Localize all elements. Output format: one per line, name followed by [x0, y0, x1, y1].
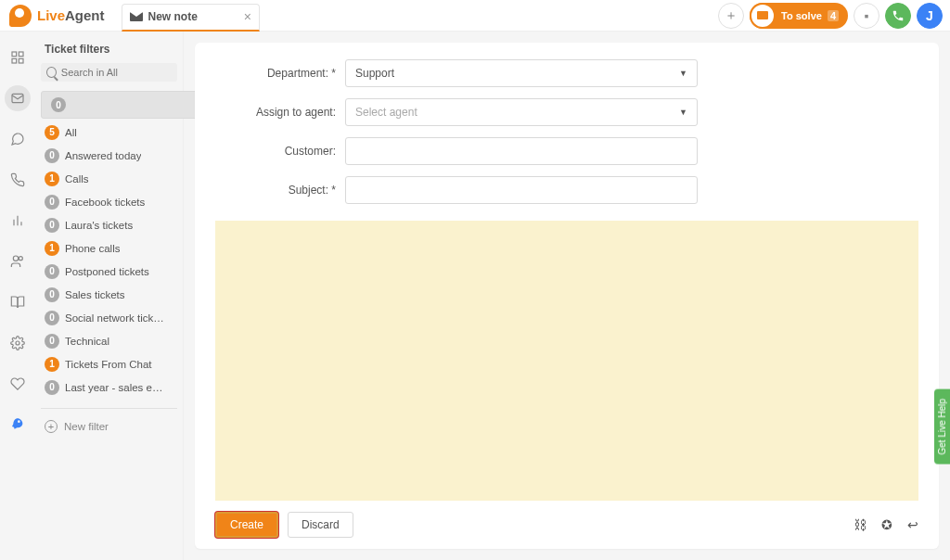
rocket-icon[interactable]: [5, 412, 31, 438]
filter-count-badge: 0: [45, 218, 59, 233]
calls-icon[interactable]: [5, 167, 31, 193]
search-input[interactable]: [61, 67, 172, 78]
tab-new-note[interactable]: New note ×: [122, 4, 261, 32]
filter-label: Facebook tickets: [65, 197, 145, 208]
divider: [41, 408, 177, 409]
filter-item[interactable]: 0Laura's tickets: [41, 215, 177, 235]
filter-item[interactable]: 0Social network tick…: [41, 308, 177, 327]
to-solve-button[interactable]: To solve 4: [750, 3, 848, 29]
customers-icon[interactable]: [5, 248, 31, 274]
filter-label: Calls: [65, 173, 89, 185]
filter-count-badge: 1: [45, 172, 59, 186]
subject-label: Subject: *: [215, 184, 336, 197]
filter-item[interactable]: 1Tickets From Chat: [41, 354, 177, 374]
new-note-card: Department: * Support ▼ Assign to agent:…: [195, 43, 939, 549]
filter-panel-title: Ticket filters: [41, 43, 177, 56]
chevron-down-icon: ▼: [679, 69, 687, 78]
filter-item[interactable]: 0Last year - sales e…: [41, 377, 177, 397]
close-icon[interactable]: ×: [244, 9, 251, 24]
chats-icon[interactable]: [5, 126, 31, 152]
svg-point-10: [16, 341, 19, 345]
filter-count-badge: 0: [45, 311, 59, 325]
filter-label: Tickets From Chat: [65, 359, 152, 370]
filter-item[interactable]: 0Technical: [41, 331, 177, 350]
filter-panel: Ticket filters 0Assigned to me5All0Answe…: [35, 32, 184, 560]
svg-rect-3: [19, 58, 23, 63]
discard-button[interactable]: Discard: [288, 512, 353, 538]
svg-point-8: [13, 256, 18, 261]
footer-tools: ⛓ ✪ ↩: [854, 517, 918, 532]
filter-count-badge: 0: [45, 380, 59, 395]
filter-label: All: [65, 127, 77, 138]
filter-label: Laura's tickets: [65, 220, 133, 231]
filter-count-badge: 5: [45, 125, 59, 140]
svg-rect-2: [12, 58, 17, 63]
top-bar: LiveAgent New note × ＋ To solve 4 ▪ J: [0, 0, 950, 32]
svg-point-9: [19, 257, 22, 261]
svg-rect-0: [12, 52, 17, 57]
filter-label: Technical: [65, 336, 109, 347]
tickets-icon[interactable]: [5, 85, 31, 111]
add-button[interactable]: ＋: [718, 3, 744, 29]
filter-count-badge: 0: [45, 287, 59, 302]
svg-rect-1: [19, 52, 23, 57]
customer-input[interactable]: [345, 137, 698, 165]
knowledge-icon[interactable]: [5, 289, 31, 315]
chat-button[interactable]: ▪: [854, 3, 879, 29]
note-icon: [130, 12, 143, 21]
filter-item[interactable]: 0Facebook tickets: [41, 192, 177, 211]
filter-count-badge: 0: [45, 195, 59, 210]
favorites-icon[interactable]: [5, 371, 31, 397]
filter-item[interactable]: 5All: [41, 122, 177, 142]
chevron-down-icon: ▼: [679, 108, 687, 117]
filter-item[interactable]: 1Calls: [41, 169, 177, 188]
filter-item[interactable]: 0Answered today: [41, 146, 177, 165]
logo-icon: [9, 5, 32, 27]
department-label: Department: *: [215, 67, 336, 80]
new-filter-button[interactable]: + New filter: [41, 420, 177, 433]
filter-count-badge: 1: [45, 241, 59, 256]
filter-count-badge: 0: [45, 148, 59, 163]
filter-label: Answered today: [65, 150, 141, 161]
filter-search[interactable]: [41, 63, 177, 82]
filter-list: 0Assigned to me5All0Answered today1Calls…: [41, 91, 177, 397]
tab-label: New note: [148, 10, 198, 23]
filter-count-badge: 0: [45, 264, 59, 279]
filter-item[interactable]: 1Phone calls: [41, 238, 177, 258]
reply-icon[interactable]: ↩: [907, 517, 918, 532]
topbar-actions: ＋ To solve 4 ▪ J: [718, 3, 943, 29]
plus-icon: +: [45, 420, 58, 433]
nav-rail: [0, 32, 35, 560]
logo-text: LiveAgent: [37, 7, 105, 23]
live-help-tab[interactable]: Get Live Help: [934, 389, 950, 465]
filter-count-badge: 1: [45, 357, 59, 372]
logo[interactable]: LiveAgent: [0, 5, 114, 27]
content-area: Department: * Support ▼ Assign to agent:…: [184, 32, 950, 560]
dashboard-icon[interactable]: [5, 45, 31, 70]
customer-label: Customer:: [215, 145, 336, 158]
subject-input[interactable]: [345, 176, 698, 204]
call-button[interactable]: [885, 3, 911, 29]
agent-label: Assign to agent:: [215, 106, 336, 119]
filter-label: Social network tick…: [65, 312, 164, 324]
create-button[interactable]: Create: [215, 512, 278, 538]
filter-count-badge: 0: [45, 334, 59, 349]
filter-label: Last year - sales e…: [65, 382, 162, 393]
settings-icon[interactable]: [5, 330, 31, 356]
filter-label: Postponed tickets: [65, 266, 149, 277]
comment-icon[interactable]: ✪: [881, 517, 892, 532]
attachment-icon[interactable]: ⛓: [854, 517, 867, 532]
envelope-icon: [750, 3, 776, 29]
note-editor[interactable]: [215, 221, 918, 501]
filter-item[interactable]: 0Sales tickets: [41, 285, 177, 304]
filter-label: Sales tickets: [65, 289, 125, 300]
department-select[interactable]: Support ▼: [345, 59, 698, 87]
filter-item[interactable]: 0Postponed tickets: [41, 261, 177, 281]
filter-count-badge: 0: [51, 97, 66, 112]
reports-icon[interactable]: [5, 208, 31, 234]
avatar[interactable]: J: [917, 3, 943, 29]
agent-select[interactable]: Select agent ▼: [345, 98, 698, 126]
search-icon: [46, 67, 57, 78]
card-footer: Create Discard ⛓ ✪ ↩: [215, 501, 918, 538]
filter-label: Phone calls: [65, 243, 120, 254]
